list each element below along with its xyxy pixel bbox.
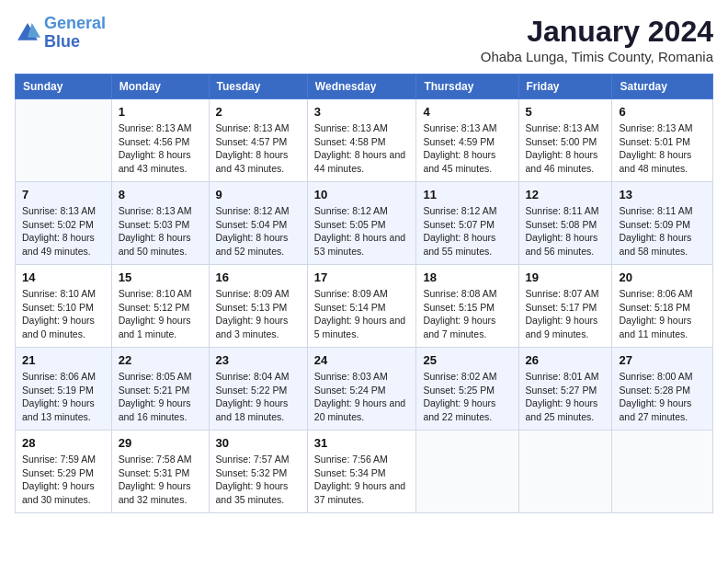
day-detail: Sunrise: 8:11 AMSunset: 5:09 PMDaylight:… <box>619 204 706 259</box>
calendar-header: SundayMondayTuesdayWednesdayThursdayFrid… <box>16 75 713 99</box>
calendar-cell <box>16 99 112 182</box>
calendar-cell: 13Sunrise: 8:11 AMSunset: 5:09 PMDayligh… <box>612 182 713 265</box>
calendar-cell: 18Sunrise: 8:08 AMSunset: 5:15 PMDayligh… <box>416 265 518 348</box>
calendar-cell <box>518 431 612 513</box>
weekday-header-tuesday: Tuesday <box>209 75 307 99</box>
day-number: 21 <box>22 353 105 367</box>
calendar-cell: 7Sunrise: 8:13 AMSunset: 5:02 PMDaylight… <box>16 182 112 265</box>
day-detail: Sunrise: 7:56 AMSunset: 5:34 PMDaylight:… <box>314 453 410 507</box>
logo-line1: General <box>44 14 106 32</box>
day-detail: Sunrise: 7:58 AMSunset: 5:31 PMDaylight:… <box>119 453 202 507</box>
calendar-cell: 22Sunrise: 8:05 AMSunset: 5:21 PMDayligh… <box>111 348 209 431</box>
day-detail: Sunrise: 8:09 AMSunset: 5:14 PMDaylight:… <box>314 287 410 341</box>
day-number: 18 <box>423 270 511 284</box>
page-header: General Blue January 2024 Ohaba Lunga, T… <box>15 15 713 64</box>
calendar-week-row: 14Sunrise: 8:10 AMSunset: 5:10 PMDayligh… <box>16 265 713 348</box>
day-detail: Sunrise: 8:06 AMSunset: 5:19 PMDaylight:… <box>22 370 105 424</box>
calendar-cell: 28Sunrise: 7:59 AMSunset: 5:29 PMDayligh… <box>16 431 112 513</box>
calendar-cell: 20Sunrise: 8:06 AMSunset: 5:18 PMDayligh… <box>612 265 713 348</box>
day-detail: Sunrise: 8:07 AMSunset: 5:17 PMDaylight:… <box>526 287 606 341</box>
day-number: 16 <box>216 270 301 284</box>
calendar-cell: 16Sunrise: 8:09 AMSunset: 5:13 PMDayligh… <box>209 265 307 348</box>
day-detail: Sunrise: 7:57 AMSunset: 5:32 PMDaylight:… <box>216 453 301 507</box>
calendar-cell: 15Sunrise: 8:10 AMSunset: 5:12 PMDayligh… <box>111 265 209 348</box>
day-number: 1 <box>119 105 202 119</box>
weekday-header-sunday: Sunday <box>16 75 112 99</box>
day-detail: Sunrise: 8:13 AMSunset: 5:01 PMDaylight:… <box>619 121 706 176</box>
day-detail: Sunrise: 8:12 AMSunset: 5:05 PMDaylight:… <box>314 204 410 259</box>
day-number: 15 <box>119 270 202 284</box>
day-detail: Sunrise: 7:59 AMSunset: 5:29 PMDaylight:… <box>22 453 105 507</box>
day-number: 9 <box>216 188 301 201</box>
calendar-cell <box>612 431 713 513</box>
calendar-cell: 3Sunrise: 8:13 AMSunset: 4:58 PMDaylight… <box>307 99 416 182</box>
day-number: 12 <box>526 188 606 201</box>
day-number: 14 <box>22 270 105 284</box>
day-detail: Sunrise: 8:06 AMSunset: 5:18 PMDaylight:… <box>619 287 706 341</box>
day-number: 19 <box>526 270 606 284</box>
calendar-cell <box>416 431 518 513</box>
page-title: January 2024 <box>481 15 713 49</box>
calendar-cell: 1Sunrise: 8:13 AMSunset: 4:56 PMDaylight… <box>111 99 209 182</box>
day-number: 27 <box>619 353 706 367</box>
weekday-header-wednesday: Wednesday <box>307 75 416 99</box>
title-block: January 2024 Ohaba Lunga, Timis County, … <box>481 15 713 64</box>
day-number: 2 <box>216 105 301 119</box>
day-detail: Sunrise: 8:00 AMSunset: 5:28 PMDaylight:… <box>619 370 706 424</box>
day-detail: Sunrise: 8:13 AMSunset: 5:03 PMDaylight:… <box>119 204 202 259</box>
day-number: 11 <box>423 188 511 201</box>
calendar-cell: 26Sunrise: 8:01 AMSunset: 5:27 PMDayligh… <box>518 348 612 431</box>
calendar-week-row: 28Sunrise: 7:59 AMSunset: 5:29 PMDayligh… <box>16 431 713 513</box>
day-number: 22 <box>119 353 202 367</box>
day-detail: Sunrise: 8:11 AMSunset: 5:08 PMDaylight:… <box>526 204 606 259</box>
day-detail: Sunrise: 8:01 AMSunset: 5:27 PMDaylight:… <box>526 370 606 424</box>
calendar-week-row: 21Sunrise: 8:06 AMSunset: 5:19 PMDayligh… <box>16 348 713 431</box>
day-detail: Sunrise: 8:02 AMSunset: 5:25 PMDaylight:… <box>423 370 511 424</box>
day-detail: Sunrise: 8:13 AMSunset: 4:57 PMDaylight:… <box>216 121 301 176</box>
day-detail: Sunrise: 8:13 AMSunset: 5:02 PMDaylight:… <box>22 204 105 259</box>
logo-text: General Blue <box>44 15 106 52</box>
calendar-table: SundayMondayTuesdayWednesdayThursdayFrid… <box>15 74 713 513</box>
calendar-cell: 10Sunrise: 8:12 AMSunset: 5:05 PMDayligh… <box>307 182 416 265</box>
calendar-cell: 31Sunrise: 7:56 AMSunset: 5:34 PMDayligh… <box>307 431 416 513</box>
day-number: 5 <box>526 105 606 119</box>
day-number: 24 <box>314 353 410 367</box>
calendar-cell: 30Sunrise: 7:57 AMSunset: 5:32 PMDayligh… <box>209 431 307 513</box>
calendar-cell: 23Sunrise: 8:04 AMSunset: 5:22 PMDayligh… <box>209 348 307 431</box>
calendar-week-row: 7Sunrise: 8:13 AMSunset: 5:02 PMDaylight… <box>16 182 713 265</box>
day-number: 31 <box>314 436 410 450</box>
calendar-body: 1Sunrise: 8:13 AMSunset: 4:56 PMDaylight… <box>16 99 713 513</box>
day-detail: Sunrise: 8:03 AMSunset: 5:24 PMDaylight:… <box>314 370 410 424</box>
calendar-cell: 2Sunrise: 8:13 AMSunset: 4:57 PMDaylight… <box>209 99 307 182</box>
logo-line2: Blue <box>44 32 80 51</box>
day-number: 10 <box>314 188 410 201</box>
day-detail: Sunrise: 8:13 AMSunset: 5:00 PMDaylight:… <box>526 121 606 176</box>
logo: General Blue <box>15 15 106 52</box>
day-number: 23 <box>216 353 301 367</box>
day-number: 8 <box>119 188 202 201</box>
weekday-header-friday: Friday <box>518 75 612 99</box>
day-detail: Sunrise: 8:04 AMSunset: 5:22 PMDaylight:… <box>216 370 301 424</box>
calendar-cell: 11Sunrise: 8:12 AMSunset: 5:07 PMDayligh… <box>416 182 518 265</box>
day-detail: Sunrise: 8:09 AMSunset: 5:13 PMDaylight:… <box>216 287 301 341</box>
calendar-cell: 14Sunrise: 8:10 AMSunset: 5:10 PMDayligh… <box>16 265 112 348</box>
calendar-cell: 5Sunrise: 8:13 AMSunset: 5:00 PMDaylight… <box>518 99 612 182</box>
day-detail: Sunrise: 8:13 AMSunset: 4:56 PMDaylight:… <box>119 121 202 176</box>
calendar-cell: 19Sunrise: 8:07 AMSunset: 5:17 PMDayligh… <box>518 265 612 348</box>
day-detail: Sunrise: 8:05 AMSunset: 5:21 PMDaylight:… <box>119 370 202 424</box>
day-number: 25 <box>423 353 511 367</box>
day-number: 4 <box>423 105 511 119</box>
page-subtitle: Ohaba Lunga, Timis County, Romania <box>481 49 713 64</box>
day-number: 28 <box>22 436 105 450</box>
day-detail: Sunrise: 8:10 AMSunset: 5:12 PMDaylight:… <box>119 287 202 341</box>
day-number: 3 <box>314 105 410 119</box>
logo-icon <box>15 20 40 46</box>
calendar-cell: 4Sunrise: 8:13 AMSunset: 4:59 PMDaylight… <box>416 99 518 182</box>
weekday-header-saturday: Saturday <box>612 75 713 99</box>
day-number: 30 <box>216 436 301 450</box>
weekday-row: SundayMondayTuesdayWednesdayThursdayFrid… <box>16 75 713 99</box>
day-detail: Sunrise: 8:12 AMSunset: 5:04 PMDaylight:… <box>216 204 301 259</box>
calendar-cell: 21Sunrise: 8:06 AMSunset: 5:19 PMDayligh… <box>16 348 112 431</box>
calendar-cell: 27Sunrise: 8:00 AMSunset: 5:28 PMDayligh… <box>612 348 713 431</box>
weekday-header-monday: Monday <box>111 75 209 99</box>
